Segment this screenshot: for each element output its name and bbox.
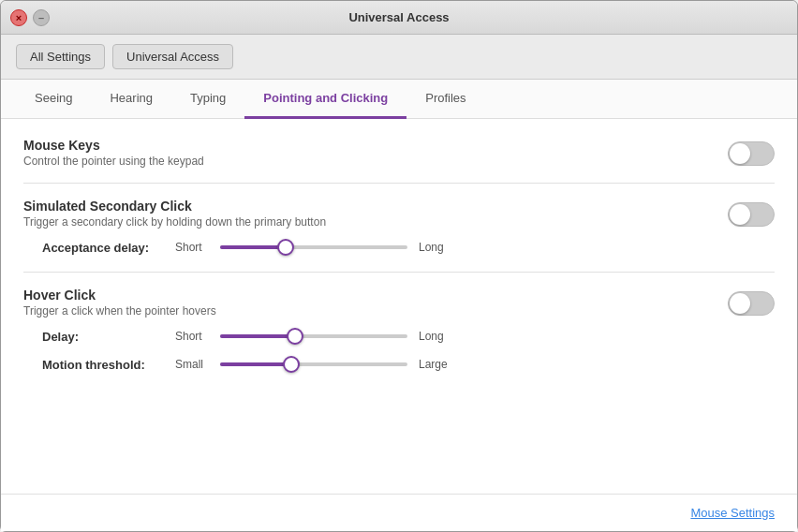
window: × – Universal Access All Settings Univer… [0,0,798,532]
mouse-keys-row: Mouse Keys Control the pointer using the… [23,138,775,168]
close-button[interactable]: × [10,9,27,26]
simulated-secondary-click-title: Simulated Secondary Click [23,199,728,214]
hover-click-toggle-knob [730,293,750,314]
mouse-keys-toggle-knob [730,143,750,164]
hover-click-desc: Trigger a click when the pointer hovers [23,304,728,318]
hover-click-toggle[interactable] [728,291,775,316]
footer: Mouse Settings [1,494,797,531]
titlebar-buttons: × – [10,9,50,26]
tabs: Seeing Hearing Typing Pointing and Click… [1,80,797,119]
hover-click-title: Hover Click [23,288,728,303]
divider-1 [23,183,775,184]
motion-threshold-label: Motion threshold: [42,358,164,372]
tab-pointing[interactable]: Pointing and Clicking [244,80,406,119]
breadcrumb-bar: All Settings Universal Access [1,35,797,80]
mouse-keys-info: Mouse Keys Control the pointer using the… [23,138,728,168]
acceptance-delay-fill [220,245,286,249]
universal-access-button[interactable]: Universal Access [112,44,233,69]
acceptance-delay-thumb [277,239,294,256]
tab-typing[interactable]: Typing [171,80,244,119]
mouse-keys-desc: Control the pointer using the keypad [23,155,728,168]
motion-threshold-thumb [283,356,300,373]
hover-delay-label: Delay: [42,330,164,344]
hover-delay-left-label: Short [175,330,209,343]
motion-threshold-fill [220,362,291,366]
acceptance-delay-left-label: Short [175,241,209,254]
panel: Mouse Keys Control the pointer using the… [1,119,797,494]
titlebar: × – Universal Access [1,1,797,35]
acceptance-delay-row: Acceptance delay: Short Long [42,238,775,257]
simulated-secondary-click-toggle-knob [730,204,750,225]
motion-threshold-slider[interactable] [220,355,407,374]
motion-threshold-track [220,362,407,366]
hover-delay-right-label: Long [419,330,452,343]
all-settings-button[interactable]: All Settings [16,44,105,69]
hover-delay-fill [220,334,295,338]
mouse-keys-title: Mouse Keys [23,138,728,153]
minimize-button[interactable]: – [33,9,50,26]
hover-delay-thumb [287,328,303,345]
simulated-secondary-click-toggle[interactable] [728,202,775,227]
hover-delay-track [220,334,407,338]
hover-click-info: Hover Click Trigger a click when the poi… [23,288,728,318]
mouse-keys-toggle[interactable] [728,141,775,166]
hover-click-row: Hover Click Trigger a click when the poi… [23,288,775,318]
motion-threshold-right-label: Large [419,358,452,371]
hover-delay-slider[interactable] [220,327,407,346]
hover-delay-row: Delay: Short Long [42,327,775,346]
simulated-secondary-click-info: Simulated Secondary Click Trigger a seco… [23,199,728,229]
motion-threshold-row: Motion threshold: Small Large [42,355,775,374]
motion-threshold-left-label: Small [175,358,209,371]
tab-hearing[interactable]: Hearing [91,80,171,119]
simulated-secondary-click-row: Simulated Secondary Click Trigger a seco… [23,199,775,229]
acceptance-delay-right-label: Long [419,241,452,254]
window-title: Universal Access [348,10,449,24]
content-area: Seeing Hearing Typing Pointing and Click… [1,80,797,531]
simulated-secondary-click-desc: Trigger a secondary click by holding dow… [23,215,728,229]
acceptance-delay-slider[interactable] [220,238,407,257]
divider-2 [23,272,775,273]
acceptance-delay-track [220,245,407,249]
minimize-icon: – [38,12,44,23]
tab-seeing[interactable]: Seeing [16,80,91,119]
acceptance-delay-label: Acceptance delay: [42,241,164,255]
mouse-settings-link[interactable]: Mouse Settings [690,506,775,520]
close-icon: × [16,12,22,23]
tab-profiles[interactable]: Profiles [406,80,484,119]
